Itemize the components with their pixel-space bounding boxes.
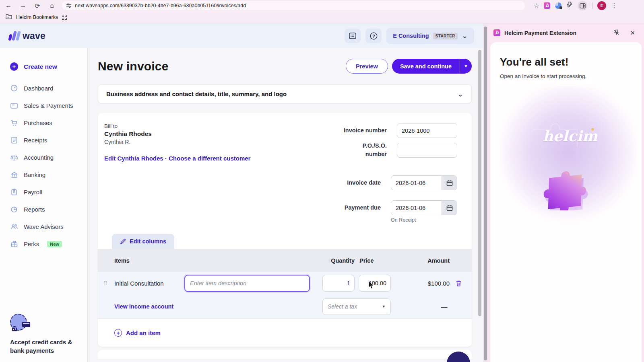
helcim-extension-icon[interactable]: h <box>544 2 550 9</box>
panel-subtext: Open an invoice to start processing. <box>500 73 632 79</box>
extensions-puzzle-icon[interactable] <box>566 2 573 10</box>
site-settings-icon[interactable] <box>66 3 72 8</box>
next-section-card <box>98 350 472 359</box>
sidebar-item-dashboard[interactable]: Dashboard <box>0 79 87 97</box>
wave-logo-icon <box>9 31 20 41</box>
helcim-panel-icon: h <box>493 29 500 36</box>
sidebar-item-purchases[interactable]: Purchases <box>0 114 87 132</box>
plus-circle-icon: + <box>114 329 122 337</box>
wave-logo[interactable]: wave <box>9 31 45 41</box>
business-name: E Consulting <box>393 33 429 39</box>
payment-due-group <box>391 200 457 215</box>
edit-customer-link[interactable]: Edit Cynthia Rhodes <box>104 155 163 162</box>
app-scrollbar[interactable] <box>478 50 481 360</box>
business-switcher[interactable]: E Consulting STARTER ⌄ <box>386 28 474 44</box>
add-item-button[interactable]: + Add an item <box>114 329 322 337</box>
payment-due-input[interactable] <box>391 201 442 215</box>
sidebar-item-wave-advisors[interactable]: Wave Advisors <box>0 218 87 235</box>
drag-handle-icon[interactable]: ⠿ <box>104 281 114 286</box>
sidebar-item-banking[interactable]: Banking <box>0 166 87 183</box>
sidebar-item-reports[interactable]: Reports <box>0 201 87 218</box>
toolbar-divider <box>592 2 592 9</box>
tax-select[interactable]: Select a tax ▼ <box>322 298 391 315</box>
item-description-input[interactable] <box>184 275 310 292</box>
bookmark-star-icon[interactable]: ☆ <box>534 2 539 9</box>
edit-columns-tab[interactable]: Edit columns <box>112 234 174 249</box>
payments-promo-icon <box>10 312 30 332</box>
bill-to-label: Bill to <box>104 123 250 129</box>
invoice-date-group <box>391 175 457 190</box>
save-and-continue-button[interactable]: Save and continue ▼ <box>392 59 472 74</box>
gift-icon <box>10 241 18 247</box>
po-so-input[interactable] <box>397 143 457 158</box>
app-header: wave ? E Consulting STARTER ⌄ <box>0 23 483 48</box>
side-panel-icon[interactable] <box>578 1 587 10</box>
calendar-icon[interactable] <box>442 176 457 190</box>
item-name[interactable]: Initial Consultation <box>114 280 184 287</box>
payments-promo-text: Accept credit cards & bank payments <box>10 338 80 355</box>
browser-scrollbar[interactable] <box>483 23 488 362</box>
reload-icon[interactable]: ⟳ <box>33 2 42 10</box>
home-icon[interactable]: ⌂ <box>47 2 56 9</box>
mouse-cursor <box>368 281 375 290</box>
cart-icon <box>10 120 18 126</box>
invoices-shortcut-button[interactable] <box>345 29 361 43</box>
po-so-label: P.O./S.O. number <box>355 142 387 158</box>
help-button[interactable]: ? <box>365 29 382 43</box>
select-caret-icon: ▼ <box>382 304 386 309</box>
business-details-accordion[interactable]: Business address and contact details, ti… <box>98 84 472 103</box>
row-amount: $100.00 <box>391 280 451 287</box>
sidebar-item-receipts[interactable]: Receipts <box>0 132 87 149</box>
back-icon[interactable]: ← <box>4 2 13 9</box>
delete-row-icon[interactable] <box>451 280 466 287</box>
wave-logo-text: wave <box>23 31 45 41</box>
side-panel-title: Helcim Payment Extension <box>504 30 606 36</box>
url-text: next.waveapps.com/6339037b-bb20-4be7-b96… <box>75 3 246 8</box>
scales-icon <box>10 154 18 161</box>
sidebar-item-accounting[interactable]: Accounting <box>0 149 87 166</box>
preview-button[interactable]: Preview <box>346 59 388 74</box>
helcim-side-panel: h Helcim Payment Extension ✕ You're all … <box>488 23 644 362</box>
bank-icon <box>10 172 18 178</box>
sidebar: + Create new Dashboard Sales & Payments … <box>0 48 88 362</box>
calendar-icon[interactable] <box>442 201 457 215</box>
svg-text:?: ? <box>372 33 375 38</box>
unpin-icon[interactable] <box>610 29 623 37</box>
apps-grid-icon[interactable] <box>62 15 67 20</box>
puzzle-piece-graphic <box>537 154 605 210</box>
privacy-extension-icon[interactable] <box>555 2 561 9</box>
profile-avatar[interactable]: E <box>597 1 606 10</box>
chevron-down-icon: ⌄ <box>462 34 468 38</box>
sidebar-item-sales-payments[interactable]: Sales & Payments <box>0 97 87 114</box>
col-price: Price <box>359 257 391 264</box>
col-amount: Amount <box>391 257 451 264</box>
invoice-number-input[interactable] <box>397 123 457 138</box>
address-bar[interactable]: next.waveapps.com/6339037b-bb20-4be7-b96… <box>62 1 525 10</box>
invoice-date-input[interactable] <box>391 176 442 190</box>
forward-icon[interactable]: → <box>19 2 27 9</box>
dashboard-icon <box>10 84 18 92</box>
bookmarks-folder-icon[interactable] <box>6 14 12 21</box>
customer-name: Cynthia Rhodes <box>104 130 250 138</box>
col-quantity: Quantity <box>322 257 355 264</box>
plus-circle-icon: + <box>10 62 18 71</box>
sidebar-item-payroll[interactable]: Payroll <box>0 183 87 201</box>
payments-promo[interactable]: Accept credit cards & bank payments <box>10 312 80 355</box>
choose-customer-link[interactable]: Choose a different customer <box>169 155 250 162</box>
col-items: Items <box>114 257 322 264</box>
quantity-input[interactable] <box>322 275 355 292</box>
toolbar-right: ☆ h E ⋮ <box>534 1 617 10</box>
bookmarks-folder-label[interactable]: Helcim Bookmarks <box>16 14 58 20</box>
close-icon[interactable]: ✕ <box>627 29 638 37</box>
invoice-date-label: Invoice date <box>320 179 381 187</box>
create-new-button[interactable]: + Create new <box>0 57 87 76</box>
sidebar-item-perks[interactable]: Perks New <box>0 235 87 253</box>
payment-due-label: Payment due <box>320 204 381 212</box>
receipt-icon <box>10 137 18 144</box>
view-income-account-link[interactable]: View income account <box>114 303 322 310</box>
credit-card-icon <box>10 103 18 109</box>
save-options-caret[interactable]: ▼ <box>460 59 472 74</box>
side-panel-header: h Helcim Payment Extension ✕ <box>488 23 644 42</box>
payment-due-hint: On Receipt <box>391 217 457 223</box>
browser-menu-icon[interactable]: ⋮ <box>611 2 617 9</box>
